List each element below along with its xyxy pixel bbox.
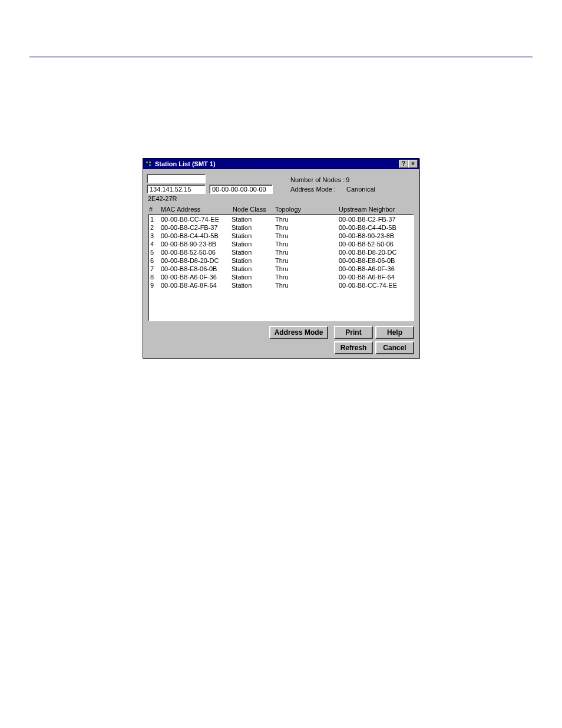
table-row[interactable]: 800-00-B8-A6-0F-36StationThru00-00-B8-A6… [150, 273, 412, 281]
table-row[interactable]: 900-00-B8-A6-8F-64StationThru00-00-B8-CC… [150, 281, 412, 289]
address-mode-button[interactable]: Address Mode [269, 326, 328, 339]
cell-num: 6 [150, 256, 161, 265]
close-icon[interactable]: × [408, 160, 418, 168]
blank-field[interactable] [147, 174, 206, 183]
cell-class: Station [232, 215, 275, 223]
table-row[interactable]: 300-00-B8-C4-4D-5BStationThru00-00-B8-90… [150, 232, 412, 240]
dialog-body: 134.141.52.15 00-00-00-00-00-00 2E42-27R… [143, 169, 419, 358]
cell-neighbor: 00-00-B8-A6-8F-64 [339, 273, 412, 281]
cell-num: 1 [150, 215, 161, 223]
cell-topology: Thru [275, 223, 339, 232]
help-button[interactable]: Help [375, 326, 414, 339]
cell-mac: 00-00-B8-E8-06-0B [161, 265, 232, 273]
ip-field[interactable]: 134.141.52.15 [147, 185, 206, 194]
table-row[interactable]: 600-00-B8-D8-20-DCStationThru00-00-B8-E8… [150, 256, 412, 265]
cell-class: Station [232, 232, 275, 240]
nodes-label: Number of Nodes : [290, 175, 345, 185]
col-num: # [149, 206, 161, 213]
help-icon[interactable]: ? [399, 160, 408, 168]
app-icon [144, 160, 153, 168]
cell-num: 7 [150, 265, 161, 273]
cell-topology: Thru [275, 240, 339, 248]
column-headers: # MAC Address Node Class Topology Upstre… [147, 206, 415, 214]
cell-mac: 00-00-B8-A6-8F-64 [161, 281, 232, 289]
nodes-value: 9 [346, 175, 349, 185]
cell-mac: 00-00-B8-90-23-8B [161, 240, 232, 248]
cell-neighbor: 00-00-B8-E8-06-0B [339, 256, 412, 265]
table-row[interactable]: 500-00-B8-52-50-06StationThru00-00-B8-D8… [150, 248, 412, 256]
cell-neighbor: 00-00-B8-CC-74-EE [339, 281, 412, 289]
cell-mac: 00-00-B8-C2-FB-37 [161, 223, 232, 232]
cell-neighbor: 00-00-B8-90-23-8B [339, 232, 412, 240]
page-header-divider [29, 57, 533, 58]
cell-topology: Thru [275, 273, 339, 281]
cancel-button[interactable]: Cancel [375, 341, 414, 354]
cell-topology: Thru [275, 215, 339, 223]
cell-neighbor: 00-00-B8-A6-0F-36 [339, 265, 412, 273]
cell-class: Station [232, 248, 275, 256]
cell-num: 5 [150, 248, 161, 256]
cell-num: 4 [150, 240, 161, 248]
table-row[interactable]: 200-00-B8-C2-FB-37StationThru00-00-B8-C4… [150, 223, 412, 232]
cell-neighbor: 00-00-B8-C2-FB-37 [339, 215, 412, 223]
cell-topology: Thru [275, 281, 339, 289]
station-listbox[interactable]: 100-00-B8-CC-74-EEStationThru00-00-B8-C2… [148, 214, 414, 321]
cell-neighbor: 00-00-B8-52-50-06 [339, 240, 412, 248]
cell-neighbor: 00-00-B8-D8-20-DC [339, 248, 412, 256]
cell-num: 8 [150, 273, 161, 281]
cell-num: 3 [150, 232, 161, 240]
col-class: Node Class [233, 206, 275, 213]
cell-class: Station [232, 265, 275, 273]
mac-field[interactable]: 00-00-00-00-00-00 [209, 185, 273, 194]
cell-num: 9 [150, 281, 161, 289]
cell-mac: 00-00-B8-A6-0F-36 [161, 273, 232, 281]
mode-label: Address Mode : [290, 185, 336, 194]
refresh-button[interactable]: Refresh [334, 341, 373, 354]
cell-topology: Thru [275, 256, 339, 265]
cell-class: Station [232, 223, 275, 232]
cell-class: Station [232, 240, 275, 248]
print-button[interactable]: Print [334, 326, 373, 339]
mode-value: Canonical [346, 185, 375, 194]
cell-topology: Thru [275, 265, 339, 273]
cell-mac: 00-00-B8-52-50-06 [161, 248, 232, 256]
cell-class: Station [232, 256, 275, 265]
cell-mac: 00-00-B8-CC-74-EE [161, 215, 232, 223]
cell-mac: 00-00-B8-C4-4D-5B [161, 232, 232, 240]
cell-topology: Thru [275, 232, 339, 240]
col-topology: Topology [275, 206, 339, 213]
window-title: Station List (SMT 1) [155, 160, 399, 167]
cell-class: Station [232, 273, 275, 281]
cell-topology: Thru [275, 248, 339, 256]
table-row[interactable]: 400-00-B8-90-23-8BStationThru00-00-B8-52… [150, 240, 412, 248]
table-row[interactable]: 100-00-B8-CC-74-EEStationThru00-00-B8-C2… [150, 215, 412, 223]
cell-mac: 00-00-B8-D8-20-DC [161, 256, 232, 265]
station-list-dialog: Station List (SMT 1) ? × 134.141.52.15 0… [143, 158, 419, 358]
cell-num: 2 [150, 223, 161, 232]
device-name: 2E42-27R [147, 194, 273, 202]
col-mac: MAC Address [161, 206, 233, 213]
col-neighbor: Upstream Neighbor [339, 206, 413, 213]
titlebar[interactable]: Station List (SMT 1) ? × [143, 159, 419, 169]
table-row[interactable]: 700-00-B8-E8-06-0BStationThru00-00-B8-A6… [150, 265, 412, 273]
cell-neighbor: 00-00-B8-C4-4D-5B [339, 223, 412, 232]
cell-class: Station [232, 281, 275, 289]
